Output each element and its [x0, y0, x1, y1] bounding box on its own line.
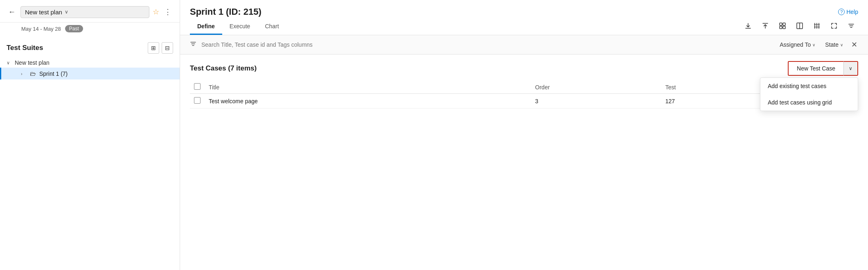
column-options-icon	[813, 22, 821, 32]
plan-chevron-icon: ∨	[65, 9, 68, 15]
tree-parent-chevron-icon: ∨	[7, 60, 12, 66]
new-test-case-caret-icon: ∨	[849, 66, 852, 71]
back-button[interactable]: ←	[7, 6, 17, 18]
suite-actions: ⊞ ⊟	[148, 42, 173, 54]
table-header-test: Test	[661, 81, 768, 94]
sidebar: ← New test plan ∨ ☆ ⋮ May 14 - May 28 Pa…	[0, 0, 180, 270]
main-content: Sprint 1 (ID: 215) ? Help Define Execute…	[180, 0, 868, 270]
plan-name: New test plan	[25, 9, 62, 16]
sidebar-header: ← New test plan ∨ ☆ ⋮	[0, 0, 180, 23]
svg-rect-2	[780, 26, 782, 29]
favorite-star-icon[interactable]: ☆	[153, 7, 159, 16]
row-order-cell: 3	[531, 94, 661, 109]
column-options-toolbar-button[interactable]	[812, 20, 822, 33]
sidebar-date-row: May 14 - May 28 Past	[0, 23, 180, 36]
row-checkbox-cell	[190, 94, 205, 109]
row-test-cell: 127	[661, 94, 768, 109]
grid-icon	[779, 22, 786, 32]
table-row: Test welcome page 3 127 ign	[190, 94, 858, 109]
page-title: Sprint 1 (ID: 215)	[190, 7, 262, 17]
state-caret-icon: ∨	[840, 43, 843, 47]
section-header: Test Cases (7 items) New Test Case ∨ Add…	[190, 61, 858, 76]
state-label: State	[825, 41, 839, 48]
help-circle-icon: ?	[838, 9, 845, 15]
filter-toolbar-button[interactable]	[846, 20, 857, 33]
filter-bar-icon[interactable]	[190, 41, 196, 49]
tree-parent-item[interactable]: ∨ New test plan	[0, 58, 180, 68]
help-link[interactable]: ? Help	[838, 9, 858, 15]
expand-toolbar-button[interactable]	[829, 20, 839, 33]
content-area: Test Cases (7 items) New Test Case ∨ Add…	[180, 54, 868, 270]
assigned-to-label: Assigned To	[780, 41, 811, 48]
remove-suite-icon: ⊟	[165, 45, 170, 51]
test-cases-table: Title Order Test te Test welcome page 3 …	[190, 81, 858, 109]
download-icon	[744, 22, 752, 32]
filter-lines-icon	[848, 22, 855, 32]
help-label: Help	[846, 9, 858, 15]
toolbar-icons	[743, 20, 858, 33]
filter-bar: Assigned To ∨ State ∨ ✕	[180, 35, 868, 54]
svg-rect-0	[780, 23, 782, 25]
upload-icon	[762, 22, 769, 32]
tree-child-item-sprint1[interactable]: › 🗁 Sprint 1 (7)	[0, 68, 180, 79]
split-toolbar-button[interactable]	[794, 20, 805, 33]
search-input[interactable]	[201, 41, 772, 48]
filter-close-icon[interactable]: ✕	[850, 39, 858, 50]
svg-rect-3	[783, 26, 785, 29]
add-suite-icon: ⊞	[151, 45, 156, 51]
new-test-case-group: New Test Case ∨ Add existing test cases …	[788, 61, 858, 76]
table-header-title: Title	[205, 81, 531, 94]
section-title: Test Cases (7 items)	[190, 64, 257, 73]
more-options-icon[interactable]: ⋮	[162, 6, 173, 18]
tab-define[interactable]: Define	[190, 19, 222, 35]
remove-suite-button[interactable]: ⊟	[162, 42, 173, 54]
row-title-cell[interactable]: Test welcome page	[205, 94, 531, 109]
assigned-to-caret-icon: ∨	[812, 43, 815, 47]
new-test-case-button[interactable]: New Test Case	[788, 61, 843, 76]
table-header-checkbox-col	[190, 81, 205, 94]
tabs-bar: Define Execute Chart	[180, 19, 868, 35]
test-suites-header: Test Suites ⊞ ⊟	[0, 36, 180, 58]
upload-toolbar-button[interactable]	[760, 20, 771, 33]
table-header-order: Order	[531, 81, 661, 94]
split-pane-icon	[796, 22, 803, 32]
tab-execute[interactable]: Execute	[222, 19, 258, 35]
grid-toolbar-button[interactable]	[777, 20, 788, 33]
tab-chart[interactable]: Chart	[257, 19, 286, 35]
past-badge: Past	[65, 25, 83, 32]
add-existing-test-cases-item[interactable]: Add existing test cases	[760, 78, 858, 94]
test-suites-title: Test Suites	[7, 44, 43, 52]
new-test-case-dropdown-menu: Add existing test cases Add test cases u…	[760, 77, 858, 111]
svg-rect-1	[783, 23, 785, 25]
row-checkbox[interactable]	[194, 97, 201, 104]
download-toolbar-button[interactable]	[743, 20, 753, 33]
main-header: Sprint 1 (ID: 215) ? Help	[180, 0, 868, 17]
back-icon: ←	[8, 8, 16, 16]
new-test-case-dropdown-button[interactable]: ∨	[843, 61, 858, 76]
folder-icon: 🗁	[30, 70, 36, 77]
tree-parent-label: New test plan	[15, 59, 50, 66]
add-test-cases-using-grid-item[interactable]: Add test cases using grid	[760, 94, 858, 111]
tree-child-label: Sprint 1 (7)	[39, 70, 68, 77]
select-all-checkbox[interactable]	[194, 83, 201, 90]
date-range-label: May 14 - May 28	[21, 26, 61, 32]
plan-selector[interactable]: New test plan ∨	[20, 6, 149, 18]
add-suite-button[interactable]: ⊞	[148, 42, 159, 54]
tree-child-chevron-icon: ›	[21, 71, 27, 76]
expand-icon	[830, 22, 838, 32]
state-filter[interactable]: State ∨	[823, 41, 845, 49]
assigned-to-filter[interactable]: Assigned To ∨	[777, 41, 818, 49]
